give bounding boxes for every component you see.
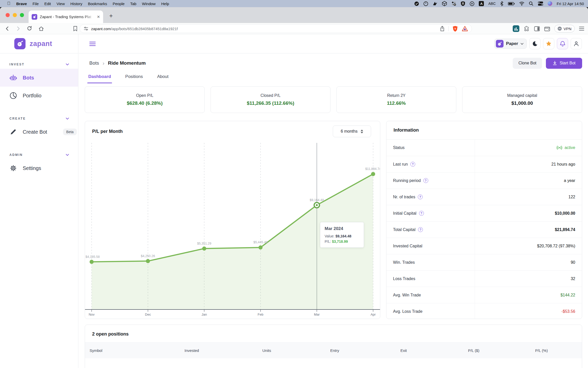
menu-item-people[interactable]: People (110, 2, 127, 6)
reload-icon[interactable] (26, 25, 33, 32)
clone-bot-button[interactable]: Clone Bot (513, 58, 542, 69)
menu-item-brave[interactable]: Brave (14, 2, 30, 6)
siri-icon[interactable] (548, 1, 552, 6)
wifi-icon[interactable] (519, 1, 524, 6)
info-label: Avg. Loss Trade (393, 309, 422, 314)
control-center-icon[interactable] (538, 1, 543, 6)
info-value: 90 (571, 260, 575, 265)
menu-item-view[interactable]: View (54, 2, 67, 6)
home-icon[interactable] (37, 25, 45, 32)
account-button[interactable] (571, 38, 582, 49)
new-tab-button[interactable]: + (109, 13, 113, 19)
play-circle-icon[interactable] (470, 1, 474, 6)
stat-card-return-2y: Return 2Y 112.66% (336, 86, 456, 113)
help-icon[interactable]: ? (410, 162, 415, 167)
environment-label: Paper (506, 41, 518, 46)
browser-menu-icon[interactable] (579, 26, 584, 31)
extension-icon[interactable] (513, 25, 519, 32)
menubar-clock[interactable]: Fri 12 Apr 14:50 (557, 2, 584, 6)
sync-app-icon[interactable] (451, 1, 456, 6)
chart-point[interactable] (259, 245, 263, 249)
help-icon[interactable]: ? (419, 211, 424, 216)
sidebar-section-admin[interactable]: ADMIN (0, 153, 78, 157)
dark-mode-button[interactable] (529, 38, 541, 49)
open-positions-title: 2 open positions (85, 325, 582, 337)
tab-about[interactable]: About (156, 72, 169, 83)
help-icon[interactable]: ? (418, 194, 423, 199)
sidebar-collapse-icon[interactable] (89, 41, 96, 46)
minimize-window-button[interactable] (13, 13, 17, 17)
info-value: -$53.56 (561, 309, 575, 314)
brave-rewards-icon[interactable] (462, 26, 468, 31)
info-label: Last run (393, 162, 408, 167)
url-text[interactable]: zapant.com/app/bots/651db28405b87451d8a1… (91, 27, 178, 31)
help-icon[interactable]: ? (418, 227, 423, 232)
power-menu-icon[interactable] (423, 1, 428, 6)
menu-item-tab[interactable]: Tab (127, 2, 139, 6)
address-bar[interactable]: zapant.com/app/bots/651db28405b87451d8a1… (80, 24, 472, 33)
environment-selector[interactable]: Paper (494, 39, 527, 49)
menu-item-window[interactable]: Window (139, 2, 158, 6)
sidebar-item-create-bot[interactable]: Create Bot Beta (0, 123, 78, 141)
menu-item-history[interactable]: History (68, 2, 85, 6)
breadcrumb-root[interactable]: Bots (89, 60, 99, 66)
check-badge-icon[interactable] (414, 1, 419, 6)
sidebar-toggle-icon[interactable] (534, 26, 540, 31)
info-row: Nr. of trades?122 (386, 189, 582, 205)
chart-point[interactable] (371, 172, 375, 176)
menu-item-help[interactable]: Help (158, 2, 172, 6)
sidebar-item-settings[interactable]: Settings (0, 159, 78, 177)
sidebar-section-invest[interactable]: INVEST (0, 63, 78, 66)
browser-window: Zapant - Trading Systems Plat ✕ + zapant… (0, 7, 588, 368)
bluetooth-icon[interactable] (500, 1, 504, 6)
menu-item-bookmarks[interactable]: Bookmarks (85, 2, 110, 6)
chart-point[interactable] (90, 260, 94, 264)
tab-positions[interactable]: Positions (124, 72, 144, 83)
app-logo[interactable]: zapant (0, 34, 78, 53)
info-label: Total Capital (393, 227, 415, 232)
wallet-icon[interactable] (544, 26, 550, 31)
vpn-button[interactable]: VPN (554, 25, 575, 32)
status-active-icon (556, 146, 562, 150)
site-settings-icon[interactable] (83, 26, 89, 31)
chart-point[interactable] (146, 259, 150, 263)
help-icon[interactable]: ? (423, 178, 428, 183)
forward-icon[interactable] (14, 25, 22, 32)
sidebar-section-create[interactable]: CREATE (0, 117, 78, 120)
range-select[interactable]: 6 months (333, 125, 371, 137)
bookmark-icon[interactable] (71, 25, 79, 32)
tab-dashboard[interactable]: Dashboard (87, 72, 112, 83)
password-shield-icon[interactable] (461, 1, 465, 6)
zoom-window-button[interactable] (20, 13, 24, 17)
spotlight-search-icon[interactable] (529, 1, 533, 6)
chart-point[interactable] (202, 247, 206, 251)
close-window-button[interactable] (6, 13, 10, 17)
favorites-button[interactable] (543, 38, 554, 49)
back-icon[interactable] (4, 25, 11, 32)
menu-item-edit[interactable]: Edit (42, 2, 54, 6)
origami-app-icon[interactable] (433, 1, 438, 6)
sidebar-item-label: Settings (23, 165, 41, 171)
share-icon[interactable] (440, 26, 445, 31)
brave-shield-icon[interactable] (452, 26, 458, 32)
cube-app-icon[interactable] (442, 1, 447, 6)
sidebar-item-portfolio[interactable]: Portfolio (0, 87, 78, 105)
info-row: Win. Trades90 (386, 254, 582, 270)
input-source-icon[interactable]: A (479, 1, 484, 6)
positions-column-header: Invested (185, 348, 262, 353)
battery-icon[interactable] (508, 1, 515, 6)
info-row: Avg. Loss Trade-$53.56 (386, 303, 582, 319)
input-lang-label[interactable]: ABC (488, 2, 496, 6)
start-bot-button[interactable]: Start Bot (546, 58, 582, 69)
sidebar-item-bots[interactable]: Bots (0, 69, 78, 87)
notifications-button[interactable] (557, 38, 568, 49)
menubar-items: BraveFileEditViewHistoryBookmarksPeopleT… (14, 2, 172, 6)
extensions-puzzle-icon[interactable] (523, 26, 530, 32)
apple-menu-icon[interactable]:  (4, 1, 14, 6)
tab-close-icon[interactable]: ✕ (97, 15, 100, 19)
macos-menubar:  BraveFileEditViewHistoryBookmarksPeopl… (0, 0, 588, 7)
browser-tab[interactable]: Zapant - Trading Systems Plat ✕ (29, 10, 103, 23)
menu-item-file[interactable]: File (30, 2, 41, 6)
stat-cards: Open P/L $628.40 (6.28%) Closed P/L $11,… (85, 86, 582, 113)
zapant-app: zapant INVEST Bots Portfolio CREATE (0, 34, 588, 368)
